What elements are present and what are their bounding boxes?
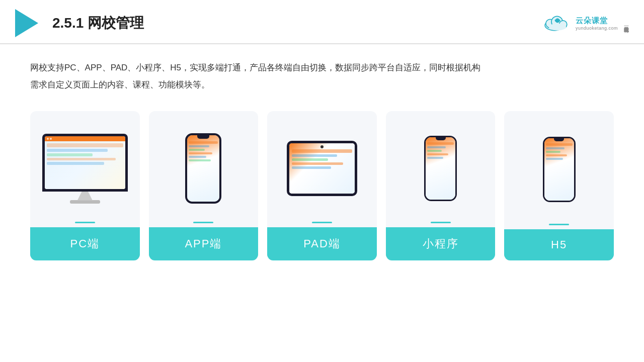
monitor-stand xyxy=(77,192,93,201)
mini-bar-1 xyxy=(427,142,454,145)
card-miniprogram-label: 小程序 xyxy=(386,227,496,260)
tablet-bar-4 xyxy=(292,162,343,165)
tablet-body xyxy=(287,141,357,196)
card-h5-label: H5 xyxy=(504,229,614,260)
card-app-label: APP端 xyxy=(149,227,259,260)
monitor-screen-header xyxy=(45,136,125,141)
cards-row: PC端 xyxy=(30,111,614,260)
phone-bar-3 xyxy=(189,149,205,151)
monitor-content-row-3 xyxy=(47,153,93,156)
card-pc: PC端 xyxy=(30,111,140,260)
card-pad-divider xyxy=(312,222,332,223)
monitor-dot-2 xyxy=(50,138,52,140)
phone-screen-mini xyxy=(426,137,455,200)
mini-bar-5 xyxy=(427,157,443,159)
description-line2: 需求自定义页面上的内容、课程、功能模块等。 xyxy=(30,76,584,94)
card-h5-divider xyxy=(549,224,569,225)
phone-notch-app xyxy=(197,135,209,139)
phone-small-h5 xyxy=(543,137,576,202)
h5-bar-2 xyxy=(546,147,565,149)
phone-bar-6 xyxy=(189,159,211,161)
phone-device-h5 xyxy=(543,137,576,202)
h5-bar-1 xyxy=(546,143,573,146)
monitor-content-row-2 xyxy=(47,149,108,152)
card-app-image xyxy=(149,111,259,222)
tablet-bar-2 xyxy=(292,154,337,157)
brand-name: 云朵课堂 xyxy=(576,16,618,26)
card-app: APP端 xyxy=(149,111,259,260)
monitor-device xyxy=(42,134,128,204)
phone-device-app xyxy=(185,133,221,204)
card-pc-divider xyxy=(75,222,95,223)
description-line1: 网校支持PC、APP、PAD、小程序、H5，实现多端打通，产品各终端自由切换，数… xyxy=(30,59,584,76)
phone-notch-mini xyxy=(436,137,446,140)
card-miniprogram: 小程序 xyxy=(386,111,496,260)
mini-bar-4 xyxy=(427,153,448,155)
phone-bar-5 xyxy=(189,156,206,158)
card-mini-divider xyxy=(431,222,451,223)
h5-bar-4 xyxy=(546,154,567,156)
phone-bar-4 xyxy=(189,152,212,154)
brand-icon-area: 云朵课堂 yunduoketang.com 教育机构一站式服务云平台 xyxy=(542,14,629,32)
brand-text: 云朵课堂 yunduoketang.com xyxy=(576,16,618,31)
monitor-screen-inner xyxy=(45,136,125,189)
tablet-camera xyxy=(320,145,324,148)
card-pad-label: PAD端 xyxy=(267,227,377,260)
brand-url: yunduoketang.com xyxy=(576,26,618,31)
card-pad-image xyxy=(267,111,377,222)
phone-small-mini xyxy=(424,136,457,201)
description-text: 网校支持PC、APP、PAD、小程序、H5，实现多端打通，产品各终端自由切换，数… xyxy=(30,59,584,94)
phone-bar-1 xyxy=(189,141,218,144)
monitor-content-row-1 xyxy=(47,143,123,147)
card-pad: PAD端 xyxy=(267,111,377,260)
phone-screen-app xyxy=(187,135,219,202)
tablet-screen xyxy=(289,143,355,194)
monitor-base xyxy=(70,200,100,204)
logo-icon xyxy=(15,9,38,37)
mini-bar-2 xyxy=(427,146,446,148)
monitor-content-row-5 xyxy=(47,162,104,165)
page-header: 2.5.1 网校管理 云朵课堂 yunduoketang.com xyxy=(0,0,644,44)
card-h5-image xyxy=(504,111,614,224)
svg-point-5 xyxy=(549,24,566,31)
tablet-device xyxy=(287,141,357,196)
phone-screen-h5 xyxy=(544,138,574,201)
mini-bar-3 xyxy=(427,150,442,152)
monitor-screen-body xyxy=(45,141,125,189)
card-miniprogram-image xyxy=(386,111,496,222)
monitor-content-row-4 xyxy=(47,158,116,160)
tablet-bar-5 xyxy=(292,166,331,169)
phone-device-mini xyxy=(424,136,457,201)
title-prefix: 2.5.1 xyxy=(52,15,84,31)
phone-notch-h5 xyxy=(554,138,564,141)
title-main: 网校管理 xyxy=(88,15,144,31)
h5-bar-5 xyxy=(546,158,563,160)
header-left: 2.5.1 网校管理 xyxy=(15,9,144,37)
card-app-divider xyxy=(193,222,213,223)
tablet-bar-3 xyxy=(292,158,328,161)
h5-bar-3 xyxy=(546,151,560,153)
brand-logo: 云朵课堂 yunduoketang.com 教育机构一站式服务云平台 xyxy=(542,14,629,32)
card-pc-image xyxy=(30,111,140,222)
monitor-screen-outer xyxy=(42,134,128,192)
card-pc-label: PC端 xyxy=(30,227,140,260)
phone-bar-2 xyxy=(189,145,209,147)
main-content: 网校支持PC、APP、PAD、小程序、H5，实现多端打通，产品各终端自由切换，数… xyxy=(0,44,644,270)
card-h5: H5 xyxy=(504,111,614,260)
cloud-icon xyxy=(542,14,573,32)
tablet-bar-1 xyxy=(292,149,352,153)
phone-body-app xyxy=(185,133,221,204)
monitor-dot-1 xyxy=(47,138,49,140)
page-title: 2.5.1 网校管理 xyxy=(52,14,144,33)
